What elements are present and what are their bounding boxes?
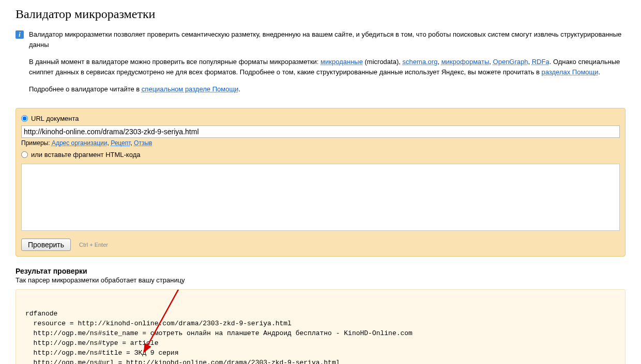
radio-url-row: URL документа [21, 115, 620, 122]
radio-html[interactable] [21, 151, 28, 158]
result-line: http://ogp.me/ns#url = http://kinohd-onl… [25, 359, 340, 364]
result-block: Результат проверки Так парсер микроразме… [16, 267, 625, 365]
examples-label: Примеры: [21, 139, 52, 147]
result-subtitle: Так парсер микроразметки обработает вашу… [16, 276, 625, 284]
result-panel: rdfanode resource = http://kinohd-online… [16, 289, 625, 365]
submit-button[interactable]: Проверить [21, 239, 71, 251]
result-line: rdfanode [25, 310, 57, 318]
result-line: resource = http://kinohd-online.com/dram… [25, 320, 292, 327]
info-icon: i [16, 30, 24, 39]
radio-url-label: URL документа [31, 115, 79, 122]
result-title: Результат проверки [16, 267, 625, 275]
form-panel: URL документа Примеры: Адрес организации… [16, 108, 625, 257]
result-line: http://ogp.me/ns#site_name = смотреть он… [25, 329, 413, 337]
text: , [437, 58, 441, 66]
text: . [238, 85, 240, 93]
info-paragraph-1: Валидатор микроразметки позволяет провер… [29, 29, 625, 50]
examples-row: Примеры: Адрес организации, Рецепт, Отзы… [21, 139, 620, 147]
html-textarea[interactable] [21, 164, 620, 231]
url-input[interactable] [21, 125, 620, 138]
submit-row: Проверить Ctrl + Enter [21, 239, 620, 251]
link-help-sections[interactable]: разделах Помощи [542, 68, 599, 76]
link-microdata[interactable]: микроданные [320, 58, 363, 66]
info-block: i Валидатор микроразметки позволяет пров… [16, 29, 625, 102]
link-special-help[interactable]: специальном разделе Помощи [142, 85, 239, 93]
info-paragraph-3: Подробнее о валидаторе читайте в специал… [29, 84, 625, 94]
link-opengraph[interactable]: OpenGraph [493, 58, 528, 66]
text: . [599, 68, 601, 76]
text: Подробнее о валидаторе читайте в [29, 85, 142, 93]
radio-html-row: или вставьте фрагмент HTML-кода [21, 151, 620, 159]
text: (microdata), [363, 58, 403, 66]
info-paragraph-2: В данный момент в валидаторе можно прове… [29, 57, 625, 77]
example-org-address[interactable]: Адрес организации [52, 139, 108, 147]
result-line: http://ogp.me/ns#title = ЗКД 9 серия [25, 349, 178, 357]
result-line: http://ogp.me/ns#type = article [25, 339, 158, 347]
text: В данный момент в валидаторе можно прове… [29, 58, 320, 66]
text: , [489, 58, 493, 66]
example-recipe[interactable]: Рецепт [111, 139, 130, 147]
link-rdfa[interactable]: RDFa [532, 58, 550, 66]
text: , [528, 58, 532, 66]
page-title: Валидатор микроразметки [16, 7, 625, 21]
radio-html-label: или вставьте фрагмент HTML-кода [31, 151, 140, 159]
link-microformats[interactable]: микроформаты [441, 58, 490, 66]
link-schema[interactable]: schema.org [402, 58, 437, 66]
example-review[interactable]: Отзыв [134, 139, 152, 147]
radio-url[interactable] [21, 115, 28, 122]
submit-hint: Ctrl + Enter [79, 242, 108, 248]
info-text: Валидатор микроразметки позволяет провер… [29, 29, 625, 102]
